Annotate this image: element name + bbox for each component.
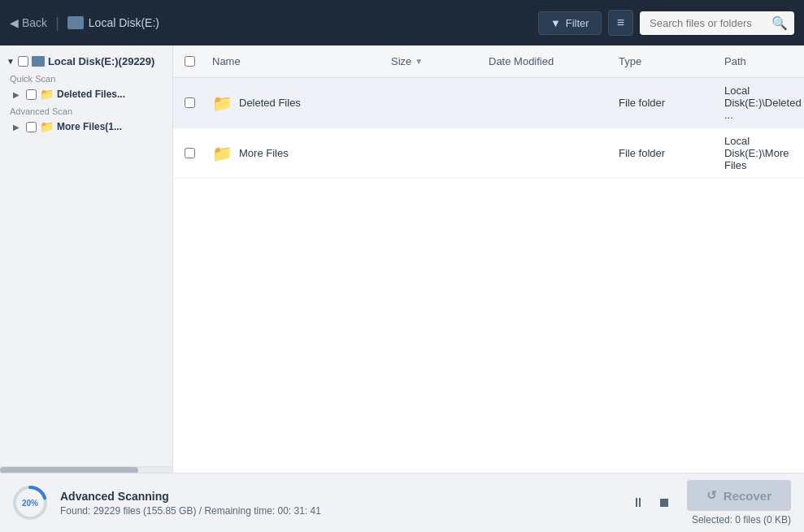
header-name: Name (206, 47, 385, 76)
deleted-files-label: Deleted Files... (57, 89, 125, 100)
recover-icon: ↺ (706, 488, 717, 503)
table-row[interactable]: 📁 Deleted Files File folder Local Disk(E… (173, 78, 804, 128)
main-content: ▼ Local Disk(E:)(29229) Quick Scan ▶ 📁 D… (0, 45, 804, 473)
drive-icon (67, 16, 84, 29)
expand-icon: ▶ (13, 123, 23, 132)
breadcrumb: Local Disk(E:) (67, 16, 159, 29)
row-size-cell (385, 97, 482, 110)
progress-text: 20% (22, 499, 38, 508)
header-check-col (173, 56, 206, 67)
scanning-title: Advanced Scanning (60, 490, 615, 503)
sort-icon: ▼ (415, 57, 423, 66)
row-type-cell: File folder (612, 90, 718, 115)
folder-deleted-icon: 📁 (40, 88, 54, 101)
row-name-cell: 📁 Deleted Files (206, 87, 385, 119)
sidebar-root-item[interactable]: ▼ Local Disk(E:)(29229) (0, 52, 172, 71)
chevron-down-icon: ▼ (7, 57, 15, 66)
row-type: File folder (619, 97, 665, 109)
search-icon: 🔍 (771, 16, 788, 30)
filter-button[interactable]: ▼ Filter (538, 11, 602, 35)
stop-icon: ⏹ (658, 495, 671, 509)
back-label: Back (22, 16, 47, 29)
header-type: Type (612, 47, 718, 76)
header-size[interactable]: Size ▼ (385, 47, 482, 76)
row-path-cell: Local Disk(E:)\Deleted ... (718, 78, 804, 128)
scanning-detail: Found: 29229 files (155.85 GB) / Remaini… (60, 505, 615, 517)
scrollbar-track (0, 467, 172, 473)
sidebar-scrollbar[interactable] (0, 466, 172, 473)
root-label: Local Disk(E:)(29229) (48, 55, 155, 67)
status-controls: ⏸ ⏹ (628, 492, 674, 513)
breadcrumb-label: Local Disk(E:) (89, 16, 159, 29)
row-name: More Files (239, 147, 289, 159)
header-date: Date Modified (482, 47, 612, 76)
more-files-label: More Files(1... (57, 121, 122, 132)
recover-button[interactable]: ↺ Recover (687, 480, 791, 511)
folder-more-icon: 📁 (212, 144, 233, 163)
app-header: ◀ Back | Local Disk(E:) ▼ Filter ≡ 🔍 (0, 0, 804, 45)
filter-label: Filter (566, 17, 589, 29)
header-right: ▼ Filter ≡ 🔍 (538, 10, 794, 36)
select-all-checkbox[interactable] (185, 56, 195, 67)
sidebar-item-deleted-files[interactable]: ▶ 📁 Deleted Files... (0, 85, 172, 103)
menu-button[interactable]: ≡ (608, 10, 633, 36)
back-arrow-icon: ◀ (10, 16, 19, 29)
row-size-cell (385, 147, 482, 160)
status-info: Advanced Scanning Found: 29229 files (15… (60, 490, 615, 517)
status-bar: 20% Advanced Scanning Found: 29229 files… (0, 473, 804, 532)
sidebar: ▼ Local Disk(E:)(29229) Quick Scan ▶ 📁 D… (0, 45, 173, 473)
drive-icon-small (32, 56, 45, 67)
row-checkbox[interactable] (185, 97, 195, 108)
progress-circle: 20% (13, 486, 47, 520)
row-checkbox[interactable] (185, 148, 195, 158)
selected-label: Selected: 0 files (0 KB) (692, 514, 791, 526)
root-checkbox[interactable] (18, 56, 28, 67)
back-button[interactable]: ◀ Back (10, 16, 47, 29)
recover-label: Recover (724, 489, 771, 503)
file-area: Name Size ▼ Date Modified Type Path 📁 (173, 45, 804, 473)
pause-button[interactable]: ⏸ (628, 492, 648, 513)
sidebar-item-more-files[interactable]: ▶ 📁 More Files(1... (0, 118, 172, 136)
header-path: Path (718, 47, 804, 76)
menu-icon: ≡ (617, 15, 624, 29)
row-date-cell (482, 97, 612, 110)
row-date-cell (482, 147, 612, 160)
row-name-cell: 📁 More Files (206, 137, 385, 170)
row-path: Local Disk(E:)\Deleted ... (724, 84, 802, 121)
stop-button[interactable]: ⏹ (654, 492, 674, 513)
folder-more-icon: 📁 (40, 120, 54, 133)
header-divider: | (55, 15, 59, 32)
search-bar: 🔍 (640, 11, 794, 35)
filter-icon: ▼ (550, 17, 561, 29)
deleted-files-checkbox[interactable] (26, 89, 37, 100)
row-path: Local Disk(E:)\More Files (724, 135, 789, 171)
file-table-header: Name Size ▼ Date Modified Type Path (173, 45, 804, 78)
row-name: Deleted Files (239, 97, 301, 109)
pause-icon: ⏸ (632, 495, 645, 509)
expand-icon: ▶ (13, 90, 23, 99)
row-check-col (173, 148, 206, 158)
scrollbar-thumb[interactable] (0, 467, 138, 473)
sidebar-tree: ▼ Local Disk(E:)(29229) Quick Scan ▶ 📁 D… (0, 45, 172, 466)
row-path-cell: Local Disk(E:)\More Files (718, 128, 804, 178)
row-check-col (173, 97, 206, 108)
quick-scan-label: Quick Scan (0, 71, 172, 85)
search-button[interactable]: 🔍 (771, 15, 788, 31)
folder-deleted-icon: 📁 (212, 93, 233, 113)
row-type-cell: File folder (612, 141, 718, 166)
advanced-scan-label: Advanced Scan (0, 103, 172, 118)
row-type: File folder (619, 147, 665, 159)
recover-area: ↺ Recover Selected: 0 files (0 KB) (687, 480, 791, 526)
table-row[interactable]: 📁 More Files File folder Local Disk(E:)\… (173, 128, 804, 179)
more-files-checkbox[interactable] (26, 122, 37, 132)
